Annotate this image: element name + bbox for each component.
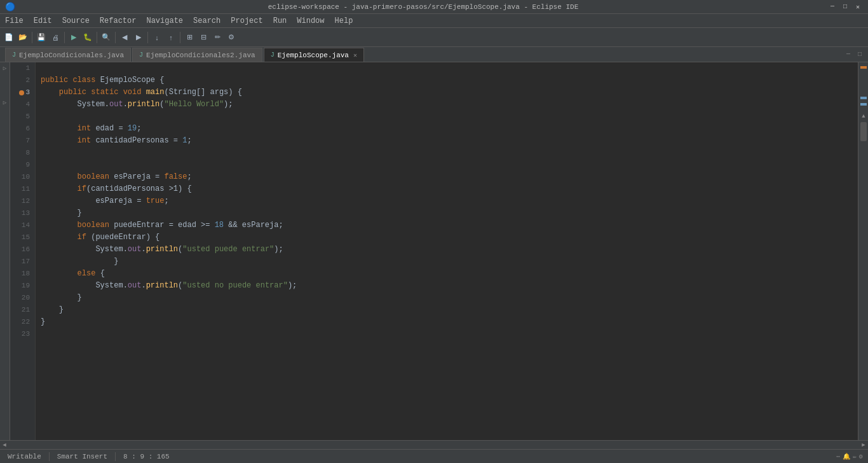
maximize-editor-button[interactable]: □ <box>854 49 865 60</box>
line-23: 23 <box>13 328 32 340</box>
collapse-icon-2[interactable]: ▷ <box>1 99 9 107</box>
line-3: 3 <box>13 86 32 99</box>
code-editor[interactable]: public class EjemploScope { public stati… <box>36 62 858 440</box>
kw-boolean-2: boolean <box>78 219 114 232</box>
scroll-right-arrow[interactable]: ▶ <box>859 441 868 450</box>
minimize-editor-button[interactable]: ─ <box>843 49 854 60</box>
indent-3 <box>41 123 78 135</box>
scroll-thumb[interactable] <box>860 122 867 141</box>
menu-project[interactable]: Project <box>226 14 268 27</box>
code-line-16: System.out.println("usted puede entrar")… <box>41 244 853 256</box>
out-3: out <box>128 280 142 292</box>
menu-source[interactable]: Source <box>57 14 95 27</box>
semi-4: ; <box>187 171 191 183</box>
status-icon-4: ⚙ <box>859 453 863 460</box>
sys-3: System. <box>95 280 127 292</box>
tab-label-2: EjemploCondicionales2.java <box>146 52 255 59</box>
menu-file[interactable]: File <box>0 14 29 27</box>
breakpoint-dot <box>19 90 24 95</box>
code-line-7: int cantidadPersonas = 1; <box>41 135 853 147</box>
code-line-19: System.out.println("usted no puede entra… <box>41 280 853 292</box>
kw-void: void <box>123 86 146 99</box>
line-15: 15 <box>13 232 32 244</box>
line-5: 5 <box>13 111 32 123</box>
indent-11: } <box>41 256 118 268</box>
close-brace-4: } <box>41 316 45 328</box>
scroll-left-arrow[interactable]: ◀ <box>0 441 9 450</box>
menu-help[interactable]: Help <box>330 14 358 27</box>
search-button[interactable]: 🔍 <box>100 31 112 44</box>
run-button[interactable]: ▶ <box>67 31 80 44</box>
toolbar-sep-3 <box>97 32 97 43</box>
code-line-23 <box>41 328 853 340</box>
forward-button[interactable]: ▶ <box>132 31 145 44</box>
debug-button[interactable]: 🐛 <box>81 31 94 44</box>
toolbar-extra-1[interactable]: ⊞ <box>183 31 196 44</box>
semi-1: ); <box>224 99 233 111</box>
maximize-button[interactable]: □ <box>840 2 850 12</box>
code-line-1 <box>41 62 853 74</box>
overview-marker-2 <box>860 97 867 99</box>
toolbar-sep-1 <box>32 32 32 43</box>
line-16: 16 <box>13 244 32 256</box>
line-13: 13 <box>13 207 32 219</box>
line-11: 11 <box>13 183 32 195</box>
status-writable: Writable <box>5 453 44 460</box>
status-right: ⋯ 🔔 ✏ ⚙ <box>836 453 863 460</box>
main-params: (String[] args) { <box>164 86 241 99</box>
collapse-icon[interactable]: ▷ <box>1 65 9 73</box>
status-position: 8 : 9 : 165 <box>121 453 172 460</box>
menu-run[interactable]: Run <box>268 14 292 27</box>
menu-refactor[interactable]: Refactor <box>95 14 142 27</box>
eclipse-icon: 🔵 <box>5 2 15 12</box>
menu-search[interactable]: Search <box>188 14 226 27</box>
print-button[interactable]: 🖨 <box>49 31 62 44</box>
indent-10 <box>41 244 95 256</box>
code-line-13: } <box>41 207 853 219</box>
close-brace-3: } <box>41 304 64 316</box>
out-1: out <box>109 99 123 111</box>
minimize-button[interactable]: ─ <box>827 2 837 12</box>
back-button[interactable]: ◀ <box>118 31 131 44</box>
toolbar-extra-4[interactable]: ⚙ <box>225 31 238 44</box>
line-8: 8 <box>13 147 32 159</box>
menu-navigate[interactable]: Navigate <box>141 14 188 27</box>
status-insert-mode: Smart Insert <box>55 453 110 460</box>
tab-close-button[interactable]: ✕ <box>353 52 357 59</box>
close-brace-1: } <box>41 207 82 219</box>
overview-marker-1 <box>860 66 867 69</box>
next-annotation-button[interactable]: ↓ <box>151 31 163 44</box>
scroll-up-arrow[interactable]: ▲ <box>859 112 868 121</box>
horizontal-scrollbar[interactable]: ◀ ▶ <box>0 440 868 449</box>
line-12: 12 <box>13 195 32 207</box>
indent-13 <box>41 280 95 292</box>
assign-1: esPareja = <box>95 195 146 207</box>
new-button[interactable]: 📄 <box>3 31 15 44</box>
indent-2 <box>41 99 78 111</box>
toolbar-extra-3[interactable]: ✏ <box>211 31 224 44</box>
semi-2: ; <box>137 123 141 135</box>
tab-ejemploscope[interactable]: J EjemploScope.java ✕ <box>264 48 364 62</box>
menu-edit[interactable]: Edit <box>29 14 57 27</box>
sys-2: System. <box>95 244 127 256</box>
toolbar-extra-2[interactable]: ⊟ <box>197 31 210 44</box>
code-line-15: if (puedeEntrar) { <box>41 232 853 244</box>
tab-ejemplocondicionales[interactable]: J EjemploCondicionales.java <box>5 48 131 62</box>
sys-1: System. <box>78 99 109 111</box>
window-controls: ─ □ ✕ <box>827 2 863 12</box>
close-button[interactable]: ✕ <box>853 2 863 12</box>
status-sep-1 <box>49 452 50 461</box>
kw-int-2: int <box>78 135 96 147</box>
semi-7: ); <box>288 280 297 292</box>
menu-window[interactable]: Window <box>292 14 329 27</box>
code-line-3: public static void main(String[] args) { <box>41 86 853 99</box>
line-6: 6 <box>13 123 32 135</box>
indent-4 <box>41 135 78 147</box>
prev-annotation-button[interactable]: ↑ <box>165 31 177 44</box>
tab-ejemplocondicionales2[interactable]: J EjemploCondicionales2.java <box>132 48 262 62</box>
title-bar: 🔵 eclipse-workspace - java-primero-pasos… <box>0 0 868 14</box>
open-button[interactable]: 📂 <box>17 31 29 44</box>
save-button[interactable]: 💾 <box>35 31 48 44</box>
str-puede: "usted puede entrar" <box>182 244 274 256</box>
vertical-scrollbar[interactable]: ▲ <box>859 112 868 417</box>
